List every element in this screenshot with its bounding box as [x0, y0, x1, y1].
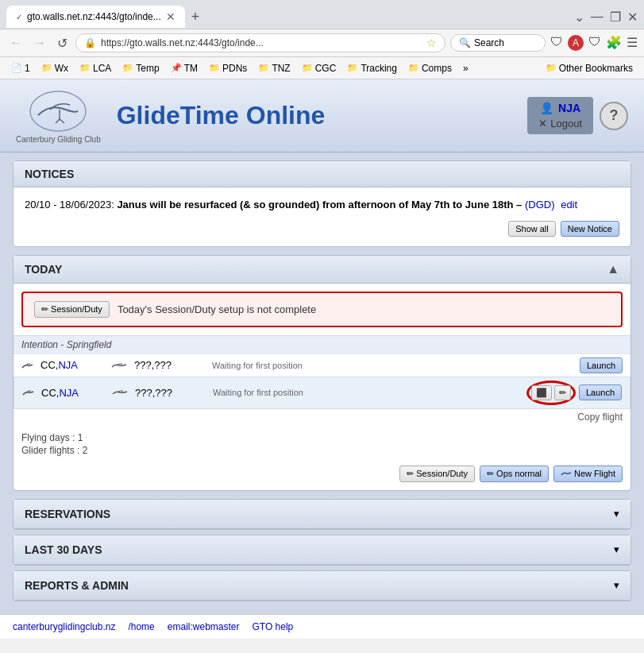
bookmark-cgc[interactable]: 📁 CGC	[297, 61, 341, 75]
help-button[interactable]: ?	[600, 102, 628, 130]
main-content: NOTICES 20/10 - 18/06/2023: Janus will b…	[0, 153, 644, 614]
flying-days-stat: Flying days : 1	[21, 432, 623, 443]
close-window-icon[interactable]: ✕	[627, 10, 638, 25]
intention-label: Intention - Springfield	[21, 339, 111, 350]
flight-glider-icon-2	[111, 387, 129, 399]
user-panel: 👤 NJA ✕ Logout	[527, 97, 593, 134]
footer-link-club[interactable]: canterburyglidingclub.nz	[13, 621, 115, 632]
notice-actions: Show all New Notice	[25, 221, 619, 237]
bookmark-lca[interactable]: 📁 LCA	[75, 61, 116, 75]
username-link[interactable]: NJA	[558, 102, 580, 114]
logout-link[interactable]: Logout	[550, 118, 582, 129]
flight-pilot-link-2[interactable]: NJA	[59, 387, 79, 399]
copy-flight-label: Copy flight	[577, 412, 623, 423]
bookmark-other[interactable]: 📁 Other Bookmarks	[541, 61, 638, 75]
session-duty-bottom-button[interactable]: ✏ Session/Duty	[399, 466, 475, 482]
flight-actions-2: ⬛ ✏ Launch	[526, 381, 622, 405]
active-tab[interactable]: ✓ gto.walls.net.nz:4443/gto/inde... ✕	[6, 6, 185, 28]
today-header: TODAY ▲	[13, 256, 631, 284]
reservations-section: RESERVATIONS ▾	[13, 499, 631, 530]
session-duty-bottom-label: Session/Duty	[416, 469, 468, 478]
bookmark-1[interactable]: 📄 1	[6, 61, 35, 75]
bookmark-tm-label: TM	[184, 63, 198, 74]
footer-link-email[interactable]: email:webmaster	[168, 621, 240, 632]
bookmark-tm[interactable]: 📌 TM	[166, 61, 202, 75]
new-flight-label: New Flight	[574, 469, 615, 478]
footer-link-home[interactable]: /home	[128, 621, 154, 632]
reports-header[interactable]: REPORTS & ADMIN ▾	[13, 571, 631, 601]
flight-actions-1: Launch	[580, 357, 623, 373]
bookmark-more-label: »	[463, 63, 469, 74]
show-all-button[interactable]: Show all	[508, 221, 556, 237]
flight-icon-2	[22, 387, 35, 399]
flight-pilot-1: CC,NJA	[40, 359, 104, 371]
tab-chevron-icon[interactable]: ⌄	[574, 10, 584, 25]
ops-normal-button[interactable]: ✏ Ops normal	[480, 466, 549, 482]
bookmark-tracking[interactable]: 📁 Tracking	[342, 61, 402, 75]
notice-edit-link[interactable]: edit	[561, 199, 577, 211]
new-flight-button[interactable]: New Flight	[553, 466, 623, 482]
bookmark-tnz-icon: 📁	[258, 63, 269, 73]
reports-section: REPORTS & ADMIN ▾	[13, 570, 631, 601]
nav-bar: ← → ↺ 🔒 https://gto.walls.net.nz:4443/gt…	[0, 29, 644, 57]
notice-dgd-link[interactable]: (DGD)	[525, 199, 555, 211]
notices-header[interactable]: NOTICES	[13, 161, 631, 187]
notices-body: 20/10 - 18/06/2023: Janus will be resurf…	[13, 187, 631, 246]
minimize-icon[interactable]: —	[591, 10, 604, 25]
new-notice-button[interactable]: New Notice	[561, 221, 619, 237]
bookmark-other-icon: 📁	[546, 63, 557, 73]
restore-icon[interactable]: ❐	[610, 10, 621, 25]
extensions-icon[interactable]: 🛡	[550, 35, 563, 51]
flight-status-1: Waiting for first position	[196, 361, 573, 370]
footer-link-help[interactable]: GTO help	[252, 621, 293, 632]
reservations-toggle-icon: ▾	[614, 508, 619, 520]
address-bar[interactable]: 🔒 https://gto.walls.net.nz:4443/gto/inde…	[75, 33, 445, 52]
search-bar[interactable]: 🔍 Search	[450, 34, 546, 52]
forward-button[interactable]: →	[30, 34, 49, 52]
bookmark-wx[interactable]: 📁 Wx	[37, 61, 73, 75]
intention-header: Intention - Springfield	[13, 335, 631, 354]
stats-area: Flying days : 1 Glider flights : 2	[13, 427, 631, 461]
copy-flight-area: Copy flight	[13, 409, 631, 427]
tab-close-button[interactable]: ✕	[166, 10, 175, 23]
logo-area: Canterbury Gliding Club	[16, 87, 101, 144]
bookmark-temp-label: Temp	[136, 63, 159, 74]
flight-glider-icon-1	[110, 359, 128, 371]
shield-icon[interactable]: 🛡	[588, 35, 601, 51]
flight-pilot-link-1[interactable]: NJA	[58, 359, 78, 371]
bookmark-cgc-icon: 📁	[302, 63, 313, 73]
today-toggle-icon[interactable]: ▲	[607, 262, 619, 276]
bookmark-tnz[interactable]: 📁 TNZ	[253, 61, 295, 75]
bookmark-temp[interactable]: 📁 Temp	[118, 61, 164, 75]
session-warning: ✏ Session/Duty Today's Session/Duty setu…	[21, 292, 623, 327]
bookmark-tm-icon: 📌	[171, 63, 182, 73]
last30days-header[interactable]: LAST 30 DAYS ▾	[13, 535, 631, 565]
launch-button-2[interactable]: Launch	[579, 384, 622, 400]
edit-button-2[interactable]: ✏	[554, 385, 571, 400]
copy-icon-button[interactable]: ⬛	[531, 385, 552, 400]
logout-row[interactable]: ✕ Logout	[538, 118, 582, 129]
extensions-puzzle-icon[interactable]: 🧩	[606, 35, 622, 51]
launch-button-1[interactable]: Launch	[580, 357, 623, 373]
bookmark-pdns-icon: 📁	[209, 63, 220, 73]
address-text: https://gto.walls.net.nz:4443/gto/inde..…	[101, 37, 422, 48]
bookmark-more[interactable]: »	[458, 61, 473, 75]
star-icon[interactable]: ☆	[426, 37, 437, 49]
reports-toggle-icon: ▾	[614, 579, 619, 591]
reservations-header[interactable]: RESERVATIONS ▾	[13, 500, 631, 529]
new-tab-button[interactable]: +	[185, 9, 206, 25]
back-button[interactable]: ←	[6, 34, 25, 52]
notice-text: 20/10 - 18/06/2023: Janus will be resurf…	[25, 197, 619, 213]
notice-body-text: Janus will be resurfaced (& so grounded)…	[117, 199, 522, 211]
bookmark-pdns[interactable]: 📁 PDNs	[204, 61, 252, 75]
app-container: Canterbury Gliding Club GlideTime Online…	[0, 79, 644, 639]
session-duty-warning-button[interactable]: ✏ Session/Duty	[34, 301, 110, 318]
profile-icon[interactable]: A	[568, 35, 584, 51]
reload-button[interactable]: ↺	[54, 34, 71, 52]
flight-status-2: Waiting for first position	[197, 388, 520, 397]
bookmark-1-icon: 📄	[11, 63, 22, 73]
session-warning-text: Today's Session/Duty setup is not comple…	[118, 303, 316, 315]
menu-icon[interactable]: ☰	[627, 35, 638, 51]
notices-card: NOTICES 20/10 - 18/06/2023: Janus will b…	[13, 160, 631, 247]
bookmark-comps[interactable]: 📁 Comps	[403, 61, 457, 75]
